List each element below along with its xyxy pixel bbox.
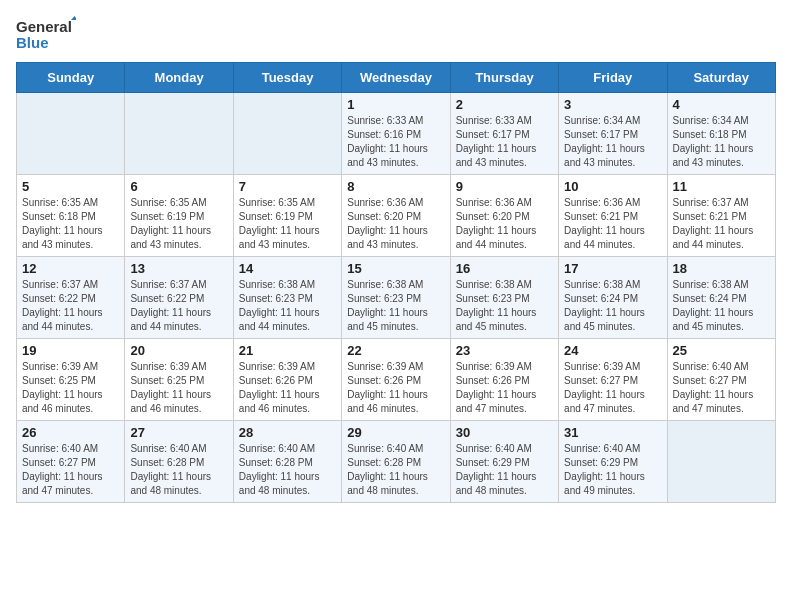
- calendar-cell: 4Sunrise: 6:34 AM Sunset: 6:18 PM Daylig…: [667, 93, 775, 175]
- day-number: 30: [456, 425, 553, 440]
- weekday-header-wednesday: Wednesday: [342, 63, 450, 93]
- calendar-week-row: 12Sunrise: 6:37 AM Sunset: 6:22 PM Dayli…: [17, 257, 776, 339]
- calendar-cell: 18Sunrise: 6:38 AM Sunset: 6:24 PM Dayli…: [667, 257, 775, 339]
- day-number: 8: [347, 179, 444, 194]
- weekday-header-tuesday: Tuesday: [233, 63, 341, 93]
- day-number: 20: [130, 343, 227, 358]
- calendar-cell: 17Sunrise: 6:38 AM Sunset: 6:24 PM Dayli…: [559, 257, 667, 339]
- day-number: 18: [673, 261, 770, 276]
- day-info: Sunrise: 6:34 AM Sunset: 6:17 PM Dayligh…: [564, 114, 661, 170]
- day-number: 22: [347, 343, 444, 358]
- day-info: Sunrise: 6:40 AM Sunset: 6:28 PM Dayligh…: [130, 442, 227, 498]
- day-info: Sunrise: 6:38 AM Sunset: 6:23 PM Dayligh…: [239, 278, 336, 334]
- day-number: 13: [130, 261, 227, 276]
- calendar-cell: 1Sunrise: 6:33 AM Sunset: 6:16 PM Daylig…: [342, 93, 450, 175]
- calendar-week-row: 1Sunrise: 6:33 AM Sunset: 6:16 PM Daylig…: [17, 93, 776, 175]
- day-number: 29: [347, 425, 444, 440]
- weekday-header-thursday: Thursday: [450, 63, 558, 93]
- calendar-cell: 31Sunrise: 6:40 AM Sunset: 6:29 PM Dayli…: [559, 421, 667, 503]
- day-number: 1: [347, 97, 444, 112]
- calendar-cell: 12Sunrise: 6:37 AM Sunset: 6:22 PM Dayli…: [17, 257, 125, 339]
- day-info: Sunrise: 6:39 AM Sunset: 6:25 PM Dayligh…: [22, 360, 119, 416]
- svg-text:General: General: [16, 18, 72, 35]
- day-info: Sunrise: 6:35 AM Sunset: 6:19 PM Dayligh…: [239, 196, 336, 252]
- day-info: Sunrise: 6:40 AM Sunset: 6:29 PM Dayligh…: [456, 442, 553, 498]
- day-number: 24: [564, 343, 661, 358]
- calendar-cell: [667, 421, 775, 503]
- day-info: Sunrise: 6:37 AM Sunset: 6:22 PM Dayligh…: [22, 278, 119, 334]
- day-number: 12: [22, 261, 119, 276]
- weekday-header-monday: Monday: [125, 63, 233, 93]
- calendar-cell: 15Sunrise: 6:38 AM Sunset: 6:23 PM Dayli…: [342, 257, 450, 339]
- calendar-cell: [233, 93, 341, 175]
- calendar-cell: [125, 93, 233, 175]
- weekday-header-friday: Friday: [559, 63, 667, 93]
- calendar-cell: 9Sunrise: 6:36 AM Sunset: 6:20 PM Daylig…: [450, 175, 558, 257]
- calendar-cell: 7Sunrise: 6:35 AM Sunset: 6:19 PM Daylig…: [233, 175, 341, 257]
- day-info: Sunrise: 6:38 AM Sunset: 6:24 PM Dayligh…: [564, 278, 661, 334]
- day-info: Sunrise: 6:39 AM Sunset: 6:26 PM Dayligh…: [347, 360, 444, 416]
- day-info: Sunrise: 6:39 AM Sunset: 6:26 PM Dayligh…: [456, 360, 553, 416]
- day-number: 7: [239, 179, 336, 194]
- day-info: Sunrise: 6:33 AM Sunset: 6:17 PM Dayligh…: [456, 114, 553, 170]
- day-info: Sunrise: 6:39 AM Sunset: 6:25 PM Dayligh…: [130, 360, 227, 416]
- page-header: General Blue: [16, 16, 776, 52]
- day-info: Sunrise: 6:38 AM Sunset: 6:24 PM Dayligh…: [673, 278, 770, 334]
- day-info: Sunrise: 6:40 AM Sunset: 6:27 PM Dayligh…: [673, 360, 770, 416]
- calendar-cell: 27Sunrise: 6:40 AM Sunset: 6:28 PM Dayli…: [125, 421, 233, 503]
- day-number: 25: [673, 343, 770, 358]
- day-number: 16: [456, 261, 553, 276]
- day-number: 6: [130, 179, 227, 194]
- day-number: 15: [347, 261, 444, 276]
- calendar-cell: 30Sunrise: 6:40 AM Sunset: 6:29 PM Dayli…: [450, 421, 558, 503]
- day-info: Sunrise: 6:35 AM Sunset: 6:18 PM Dayligh…: [22, 196, 119, 252]
- day-info: Sunrise: 6:33 AM Sunset: 6:16 PM Dayligh…: [347, 114, 444, 170]
- calendar-cell: 21Sunrise: 6:39 AM Sunset: 6:26 PM Dayli…: [233, 339, 341, 421]
- day-number: 26: [22, 425, 119, 440]
- svg-text:Blue: Blue: [16, 34, 49, 51]
- calendar-cell: 8Sunrise: 6:36 AM Sunset: 6:20 PM Daylig…: [342, 175, 450, 257]
- calendar-cell: 29Sunrise: 6:40 AM Sunset: 6:28 PM Dayli…: [342, 421, 450, 503]
- calendar-cell: 23Sunrise: 6:39 AM Sunset: 6:26 PM Dayli…: [450, 339, 558, 421]
- weekday-header-saturday: Saturday: [667, 63, 775, 93]
- calendar-cell: 5Sunrise: 6:35 AM Sunset: 6:18 PM Daylig…: [17, 175, 125, 257]
- calendar-cell: 20Sunrise: 6:39 AM Sunset: 6:25 PM Dayli…: [125, 339, 233, 421]
- day-number: 17: [564, 261, 661, 276]
- day-number: 2: [456, 97, 553, 112]
- day-info: Sunrise: 6:34 AM Sunset: 6:18 PM Dayligh…: [673, 114, 770, 170]
- calendar-cell: 10Sunrise: 6:36 AM Sunset: 6:21 PM Dayli…: [559, 175, 667, 257]
- calendar-cell: 6Sunrise: 6:35 AM Sunset: 6:19 PM Daylig…: [125, 175, 233, 257]
- day-info: Sunrise: 6:36 AM Sunset: 6:21 PM Dayligh…: [564, 196, 661, 252]
- calendar-week-row: 26Sunrise: 6:40 AM Sunset: 6:27 PM Dayli…: [17, 421, 776, 503]
- day-info: Sunrise: 6:40 AM Sunset: 6:28 PM Dayligh…: [347, 442, 444, 498]
- day-info: Sunrise: 6:40 AM Sunset: 6:28 PM Dayligh…: [239, 442, 336, 498]
- day-info: Sunrise: 6:40 AM Sunset: 6:29 PM Dayligh…: [564, 442, 661, 498]
- calendar-cell: 14Sunrise: 6:38 AM Sunset: 6:23 PM Dayli…: [233, 257, 341, 339]
- day-number: 27: [130, 425, 227, 440]
- calendar-table: SundayMondayTuesdayWednesdayThursdayFrid…: [16, 62, 776, 503]
- calendar-cell: 24Sunrise: 6:39 AM Sunset: 6:27 PM Dayli…: [559, 339, 667, 421]
- day-number: 3: [564, 97, 661, 112]
- calendar-cell: 16Sunrise: 6:38 AM Sunset: 6:23 PM Dayli…: [450, 257, 558, 339]
- day-number: 14: [239, 261, 336, 276]
- day-number: 19: [22, 343, 119, 358]
- weekday-header-row: SundayMondayTuesdayWednesdayThursdayFrid…: [17, 63, 776, 93]
- day-number: 31: [564, 425, 661, 440]
- day-info: Sunrise: 6:40 AM Sunset: 6:27 PM Dayligh…: [22, 442, 119, 498]
- day-number: 21: [239, 343, 336, 358]
- day-number: 28: [239, 425, 336, 440]
- day-info: Sunrise: 6:38 AM Sunset: 6:23 PM Dayligh…: [347, 278, 444, 334]
- day-info: Sunrise: 6:38 AM Sunset: 6:23 PM Dayligh…: [456, 278, 553, 334]
- day-info: Sunrise: 6:36 AM Sunset: 6:20 PM Dayligh…: [456, 196, 553, 252]
- calendar-cell: 25Sunrise: 6:40 AM Sunset: 6:27 PM Dayli…: [667, 339, 775, 421]
- day-info: Sunrise: 6:39 AM Sunset: 6:27 PM Dayligh…: [564, 360, 661, 416]
- day-number: 10: [564, 179, 661, 194]
- day-info: Sunrise: 6:35 AM Sunset: 6:19 PM Dayligh…: [130, 196, 227, 252]
- calendar-week-row: 5Sunrise: 6:35 AM Sunset: 6:18 PM Daylig…: [17, 175, 776, 257]
- calendar-cell: 11Sunrise: 6:37 AM Sunset: 6:21 PM Dayli…: [667, 175, 775, 257]
- day-number: 11: [673, 179, 770, 194]
- calendar-cell: 13Sunrise: 6:37 AM Sunset: 6:22 PM Dayli…: [125, 257, 233, 339]
- calendar-cell: 26Sunrise: 6:40 AM Sunset: 6:27 PM Dayli…: [17, 421, 125, 503]
- logo: General Blue: [16, 16, 76, 52]
- day-number: 9: [456, 179, 553, 194]
